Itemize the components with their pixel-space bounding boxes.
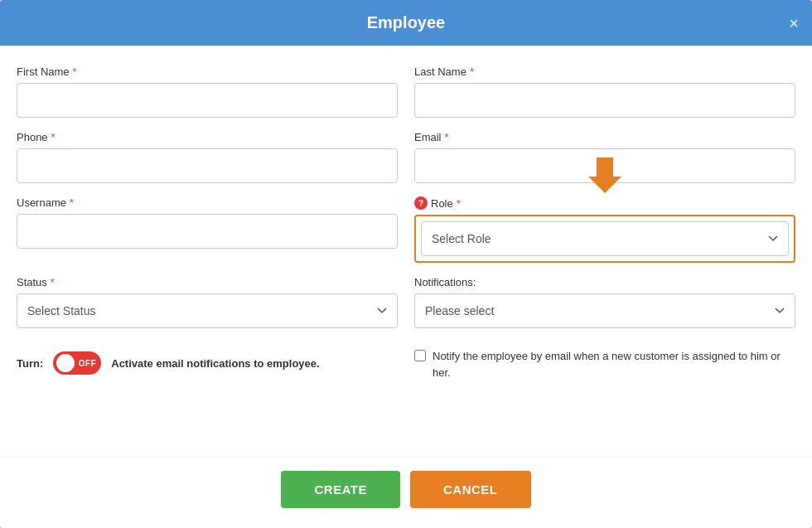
role-help-icon[interactable]: ? <box>414 196 428 210</box>
phone-group: Phone* <box>17 131 398 183</box>
role-label: ? Role* <box>414 196 795 210</box>
toggle-checkbox-row: Turn: OFF Activate email notifications t… <box>17 342 795 381</box>
modal-body: First Name* Last Name* Phone* E <box>0 46 812 457</box>
status-select[interactable]: Select Status <box>17 293 398 328</box>
toggle-row: Turn: OFF Activate email notifications t… <box>17 342 398 381</box>
notify-checkbox[interactable] <box>414 350 426 361</box>
role-group: ? Role* Select Role <box>414 196 795 263</box>
arrow-indicator <box>584 153 626 198</box>
checkbox-section: Notify the employee by email when a new … <box>414 342 795 381</box>
status-required: * <box>51 276 55 288</box>
modal-footer: CREATE CANCEL <box>0 457 812 528</box>
email-label: Email* <box>414 131 795 143</box>
notifications-group: Notifications: Please select <box>414 276 795 328</box>
first-name-label: First Name* <box>17 65 398 78</box>
status-group: Status* Select Status <box>17 276 398 328</box>
username-input[interactable] <box>17 214 398 249</box>
username-required: * <box>70 196 74 209</box>
close-button[interactable]: × <box>789 15 799 31</box>
first-name-required: * <box>73 65 77 78</box>
toggle-knob <box>56 354 75 372</box>
first-name-group: First Name* <box>17 65 398 118</box>
username-label: Username* <box>17 196 398 209</box>
notifications-label: Notifications: <box>414 276 795 288</box>
phone-input[interactable] <box>17 148 398 183</box>
toggle-section: Turn: OFF Activate email notifications t… <box>17 342 398 381</box>
last-name-input[interactable] <box>414 83 795 118</box>
toggle-description: Activate email notifications to employee… <box>111 357 319 370</box>
arrow-down-svg <box>584 153 626 195</box>
role-required: * <box>457 197 461 210</box>
cancel-button[interactable]: CANCEL <box>410 471 531 508</box>
toggle-state-text: OFF <box>79 359 97 368</box>
toggle-switch[interactable]: OFF <box>53 351 101 375</box>
last-name-label: Last Name* <box>414 65 795 78</box>
checkbox-label: Notify the employee by email when a new … <box>433 348 795 380</box>
role-select[interactable]: Select Role <box>421 221 789 256</box>
phone-label: Phone* <box>17 131 398 143</box>
first-name-input[interactable] <box>17 83 398 118</box>
username-role-row: Username* ? Role* Select Role <box>17 196 795 263</box>
svg-marker-0 <box>588 157 621 193</box>
modal-header: Employee × <box>0 0 812 46</box>
name-row: First Name* Last Name* <box>17 65 795 118</box>
checkbox-row: Notify the employee by email when a new … <box>414 348 795 380</box>
phone-email-row: Phone* Email* <box>17 131 795 183</box>
phone-required: * <box>51 131 56 143</box>
employee-modal: Employee × First Name* Last Name* P <box>0 0 812 528</box>
status-notifications-row: Status* Select Status Notifications: Ple… <box>17 276 795 328</box>
modal-title: Employee <box>367 13 445 31</box>
last-name-required: * <box>470 65 474 78</box>
username-group: Username* <box>17 196 398 263</box>
status-label: Status* <box>17 276 398 288</box>
last-name-group: Last Name* <box>414 65 795 118</box>
toggle-label-text: Turn: <box>17 357 43 370</box>
create-button[interactable]: CREATE <box>281 471 400 508</box>
email-required: * <box>445 131 449 143</box>
role-highlight-box: Select Role <box>414 215 795 263</box>
notifications-select[interactable]: Please select <box>414 293 795 328</box>
